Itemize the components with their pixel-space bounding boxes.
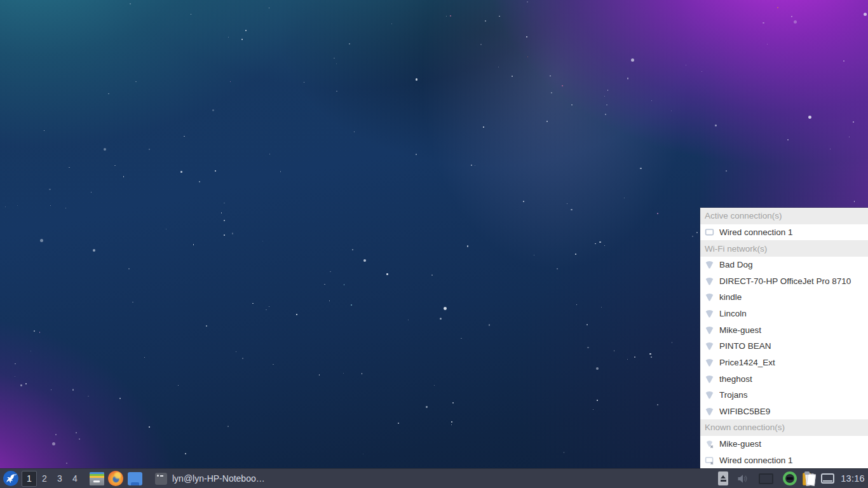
network-item-label: Wired connection 1: [719, 227, 793, 237]
wifi-icon: [704, 309, 714, 319]
network-menu-item[interactable]: Trojans: [700, 387, 868, 403]
network-item-label: theghost: [719, 374, 752, 384]
task-button-terminal[interactable]: lyn@lyn-HP-Noteboo…: [151, 469, 269, 488]
wired-icon: [704, 227, 714, 237]
network-menu-item[interactable]: Lincoln: [700, 306, 868, 322]
eject-tray-button[interactable]: [718, 469, 736, 488]
network-menu-item[interactable]: WIFIBC5BE9: [700, 403, 868, 420]
network-item-label: Price1424_Ext: [719, 358, 775, 367]
network-item-label: DIRECT-70-HP OfficeJet Pro 8710: [719, 276, 851, 286]
menu-section-header: Wi-Fi network(s): [700, 240, 868, 257]
wifi-icon: [704, 276, 714, 286]
menu-section-header: Known connection(s): [700, 419, 868, 436]
quick-launch: [87, 470, 144, 488]
terminal-icon: [155, 473, 167, 485]
network-item-label: Mike-guest: [719, 439, 761, 449]
file-manager-icon: [90, 472, 104, 485]
desktop-launcher[interactable]: [125, 470, 144, 488]
network-menu-item[interactable]: theghost: [700, 370, 868, 387]
taskbar-clock[interactable]: 13:16: [841, 473, 865, 484]
workspace-4[interactable]: 4: [67, 471, 83, 487]
network-menu-item[interactable]: DIRECT-70-HP OfficeJet Pro 8710: [700, 273, 868, 290]
wifi-icon: [704, 357, 714, 367]
network-menu-item[interactable]: Mike-guest: [700, 322, 868, 338]
workspace-3[interactable]: 3: [52, 471, 67, 487]
firefox-icon: [108, 471, 123, 486]
clipboard-tray-button[interactable]: [803, 469, 821, 488]
wifi-icon: [704, 292, 714, 302]
wifi-icon: [704, 341, 714, 351]
network-menu-item[interactable]: kindle: [700, 289, 868, 306]
start-menu-button[interactable]: [1, 470, 20, 488]
workspace-2[interactable]: 2: [37, 471, 52, 487]
wifi-icon: [704, 374, 714, 384]
eject-icon: [718, 471, 728, 485]
network-menu-item[interactable]: Wired connection 1: [700, 452, 868, 468]
taskbar: 1234 lyn@lyn-HP-Noteboo…: [0, 468, 868, 488]
network-item-label: kindle: [719, 292, 742, 302]
network-item-label: WIFIBC5BE9: [719, 407, 770, 416]
network-item-label: Trojans: [719, 390, 748, 400]
desktop-window-icon: [128, 472, 142, 485]
network-menu-item[interactable]: Wired connection 1: [700, 224, 868, 241]
network-menu-item[interactable]: PINTO BEAN: [700, 338, 868, 355]
clipboard-icon: [803, 471, 815, 486]
display-tray-button[interactable]: [821, 469, 841, 488]
taskbar-left: 1234 lyn@lyn-HP-Noteboo…: [0, 469, 269, 488]
file-manager-launcher[interactable]: [87, 470, 106, 488]
wifi-icon: [704, 390, 714, 400]
volume-tray-button[interactable]: [736, 469, 749, 488]
workspace-1[interactable]: 1: [22, 471, 37, 487]
firefox-launcher[interactable]: [106, 470, 125, 488]
monitor-dim-icon: [759, 473, 773, 484]
network-connections-menu: Active connection(s)Wired connection 1Wi…: [700, 208, 868, 468]
network-item-label: Mike-guest: [719, 325, 761, 335]
network-menu-item[interactable]: Bad Dog: [700, 257, 868, 273]
wifi-known-icon: [704, 439, 714, 449]
network-item-label: PINTO BEAN: [719, 341, 771, 351]
menu-section-header: Active connection(s): [700, 208, 868, 224]
task-button-label: lyn@lyn-HP-Noteboo…: [172, 473, 265, 484]
display-dim-tray-button[interactable]: [759, 469, 783, 488]
system-tray: 13:16: [718, 469, 868, 488]
wifi-icon: [704, 406, 714, 416]
network-tray-button[interactable]: [783, 469, 803, 488]
wifi-icon: [704, 260, 714, 270]
lubuntu-logo-icon: [3, 470, 19, 487]
wired-known-icon: [704, 455, 714, 465]
network-item-label: Wired connection 1: [719, 456, 793, 465]
network-status-icon: [783, 471, 797, 485]
monitor-icon: [821, 473, 834, 484]
network-menu-item[interactable]: Price1424_Ext: [700, 355, 868, 371]
network-item-label: Lincoln: [719, 309, 747, 318]
workspace-switcher: 1234: [22, 469, 83, 488]
speaker-icon: [736, 473, 749, 485]
network-menu-item[interactable]: Mike-guest: [700, 436, 868, 452]
network-item-label: Bad Dog: [719, 260, 753, 269]
wifi-icon: [704, 325, 714, 335]
